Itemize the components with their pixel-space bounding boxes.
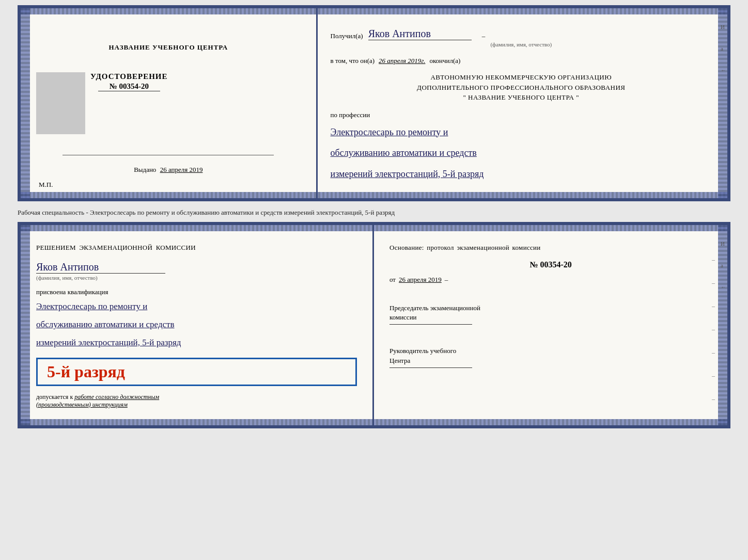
kvali-line2: обслуживанию автоматики и средств [36,317,357,332]
osnov-text: Основание: протокол экзаменационной коми… [389,244,712,252]
cert-bottom-right: И а ← Основание: протокол экзаменационно… [374,225,727,425]
issued-line: Выдано 26 апреля 2019 [134,166,202,174]
date-line: от 26 апреля 2019 – [389,276,712,284]
edge-mark-a: а [721,45,726,52]
bottom-name-block: Яков Антипов (фамилия, имя, отчество) [36,259,357,281]
received-line: Получил(а) Яков Антипов – [331,28,712,40]
rank-badge: 5-й разряд [36,358,357,386]
edge-mark-arrow: ← [721,67,726,73]
kvali-line1: Электрослесарь по ремонту и [36,299,357,314]
head-text: Руководитель учебного Центра [389,347,456,364]
bottom-name: Яков Антипов [36,261,165,274]
cert-bottom-left: Решением экзаменационной комиссии Яков А… [21,225,374,425]
kvali-line3: измерений электростанций, 5-й разряд [36,335,357,350]
head-label: Руководитель учебного Центра [389,346,712,365]
mp-label: М.П. [39,181,53,189]
org-line3: " НАЗВАНИЕ УЧЕБНОГО ЦЕНТРА " [331,92,712,103]
edge-mark-i: И [721,24,726,30]
issued-date: 26 апреля 2019 [160,166,203,173]
issued-label: Выдано [134,166,156,173]
head-block: Руководитель учебного Центра [389,337,712,367]
school-name-top: НАЗВАНИЕ УЧЕБНОГО ЦЕНТРА [109,43,228,52]
received-label: Получил(а) [331,32,363,40]
chairman-signature-line [389,324,472,325]
bottom-left-decorative-strip [21,225,30,425]
protocol-number: № 00354-20 [389,260,712,269]
received-block: Получил(а) Яков Антипов – (фамилия, имя,… [331,28,712,47]
bottom-edge-mark-arrow: ← [721,284,726,290]
prof-line2: обслуживанию автоматики и средств [331,145,712,161]
chairman-block: Председатель экзаменационной комиссии [389,296,712,325]
cert-right-panel: Получил(а) Яков Антипов – (фамилия, имя,… [318,8,727,198]
bottom-right-edge-marks: И а ← [721,241,726,290]
vtom-label: в том, что он(а) [331,57,375,65]
допускается-text: работе согласно должностным [74,393,159,401]
org-line1: АВТОНОМНУЮ НЕКОММЕРЧЕСКУЮ ОРГАНИЗАЦИЮ [331,72,712,83]
recipient-name: Яков Антипов [368,28,472,40]
between-specialty-label: Рабочая специальность - Электрослесарь п… [18,205,730,218]
bottom-edge-mark-i: И [721,241,726,247]
vtom-ended: окончил(а) [429,57,460,65]
допускается-line: допускается к работе согласно должностны… [36,393,357,409]
допускается-label: допускается к [36,393,73,401]
chairman-text: Председатель экзаменационной комиссии [389,304,480,321]
vtom-line: в том, что он(а) 26 апреля 2019г. окончи… [331,57,712,65]
photo-placeholder [36,72,85,134]
cert-left-content: УДОСТОВЕРЕНИЕ № 00354-20 [36,67,301,139]
chairman-label: Председатель экзаменационной комиссии [389,303,712,322]
prof-line1: Электрослесарь по ремонту и [331,124,712,140]
org-line2: ДОПОЛНИТЕЛЬНОГО ПРОФЕССИОНАЛЬНОГО ОБРАЗО… [331,83,712,93]
head-signature-line [389,367,472,368]
cert-left-panel: НАЗВАНИЕ УЧЕБНОГО ЦЕНТРА УДОСТОВЕРЕНИЕ №… [21,8,318,198]
right-edge-marks: И а ← [721,24,726,73]
date-label: от [389,276,396,284]
prof-line3: измерений электростанций, 5-й разряд [331,166,712,182]
decision-block: Решением экзаменационной комиссии [36,244,357,252]
osnov-block: Основание: протокол экзаменационной коми… [389,244,712,252]
decision-text: Решением экзаменационной комиссии [36,244,357,252]
certificate-top: НАЗВАНИЕ УЧЕБНОГО ЦЕНТРА УДОСТОВЕРЕНИЕ №… [18,5,730,201]
udost-title: УДОСТОВЕРЕНИЕ [90,72,168,81]
right-dashes: – – – – – – – [712,256,715,403]
bottom-fio-hint: (фамилия, имя, отчество) [36,275,357,281]
date-value: 26 апреля 2019 [399,276,442,284]
udost-number: № 00354-20 [98,82,160,91]
kvali-label: присвоена квалификация [36,288,357,296]
document-wrapper: НАЗВАНИЕ УЧЕБНОГО ЦЕНТРА УДОСТОВЕРЕНИЕ №… [18,5,730,428]
left-decorative-strip [21,8,30,198]
rank-badge-text: 5-й разряд [47,362,125,381]
bottom-edge-mark-a: а [721,262,726,268]
udost-block: УДОСТОВЕРЕНИЕ № 00354-20 [90,72,168,91]
vtom-date: 26 апреля 2019г. [379,57,425,65]
fio-hint-top: (фамилия, имя, отчество) [331,41,712,47]
certificate-bottom: Решением экзаменационной комиссии Яков А… [18,222,730,428]
org-block: АВТОНОМНУЮ НЕКОММЕРЧЕСКУЮ ОРГАНИЗАЦИЮ ДО… [331,72,712,103]
допускается-text2: (производственным) инструкциям [36,401,128,408]
prof-label: по профессии [331,111,712,119]
